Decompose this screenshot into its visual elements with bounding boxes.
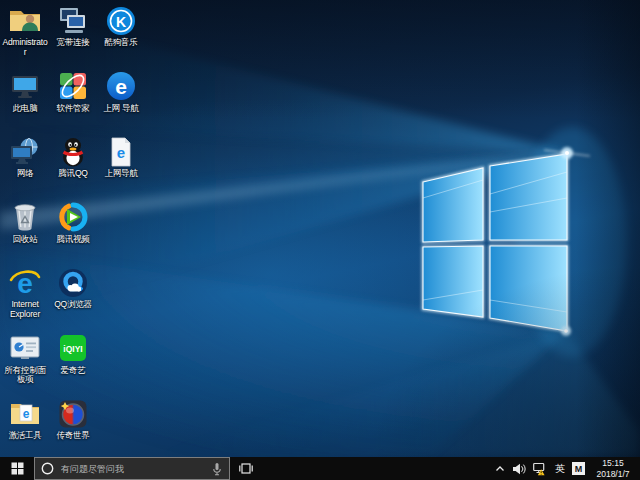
task-view-button[interactable] <box>230 457 262 480</box>
desktop-icon-label: Administrator <box>2 38 49 58</box>
task-view-icon <box>238 462 254 475</box>
language-indicator[interactable]: 英 <box>555 462 565 476</box>
desktop-icon-legend-world[interactable]: 传奇世界 <box>49 395 97 461</box>
svg-text:e: e <box>117 144 125 161</box>
speaker-icon <box>512 463 526 475</box>
desktop-icon-label: 上网 导航 <box>103 104 138 114</box>
computer-monitor-icon <box>9 70 42 103</box>
taskbar-clock[interactable]: 15:15 2018/1/7 <box>592 458 634 479</box>
ime-mode-badge[interactable]: M <box>572 462 585 475</box>
clock-date: 2018/1/7 <box>596 469 629 480</box>
desktop-icon-label: 宽带连接 <box>56 38 89 48</box>
svg-text:K: K <box>116 13 126 29</box>
desktop-icon-label: 上网导航 <box>104 169 137 179</box>
system-tray: 英 M 15:15 2018/1/7 <box>495 457 640 480</box>
desktop-icon-web-navigation[interactable]: e 上网 导航 <box>97 68 145 134</box>
desktop-icon-label: 激活工具 <box>8 431 41 441</box>
volume-button[interactable] <box>512 463 526 475</box>
desktop-icon-broadband-connection[interactable]: 宽带连接 <box>49 2 97 68</box>
svg-text:e: e <box>23 407 30 421</box>
microphone-icon[interactable] <box>211 462 223 476</box>
desktop-icon-activation-tool[interactable]: e 激活工具 <box>1 395 49 461</box>
internet-explorer-icon: e <box>9 266 42 299</box>
control-panel-icon <box>9 332 42 365</box>
search-input[interactable] <box>59 463 206 475</box>
broadband-connection-icon <box>57 4 90 37</box>
desktop-icon-web-navigation-doc[interactable]: e 上网导航 <box>97 133 145 199</box>
desktop-icon-recycle-bin[interactable]: 回收站 <box>1 199 49 265</box>
desktop-icon-qq-browser[interactable]: QQ浏览器 <box>49 264 97 330</box>
taskbar: 英 M 15:15 2018/1/7 <box>0 457 640 480</box>
desktop-icon-internet-explorer[interactable]: e Internet Explorer <box>1 264 49 330</box>
desktop-icon-label: 传奇世界 <box>56 431 89 441</box>
desktop-icon-label: 所有控制面板项 <box>2 366 49 386</box>
desktop-icon-label: 网络 <box>17 169 34 179</box>
hidden-icons-chevron[interactable] <box>495 465 505 473</box>
svg-text:iQIYI: iQIYI <box>63 344 82 354</box>
desktop-icon-administrator[interactable]: Administrator <box>1 2 49 68</box>
taskbar-search-box[interactable] <box>34 457 230 480</box>
desktop-icon-label: 腾讯视频 <box>56 235 89 245</box>
desktop-icon-tencent-video[interactable]: 腾讯视频 <box>49 199 97 265</box>
desktop-icon-kugou-music[interactable]: K 酷狗音乐 <box>97 2 145 68</box>
network-status-button[interactable] <box>533 462 548 476</box>
desktop-icon-grid: Administrator 此电脑 <box>1 2 145 461</box>
desktop-icon-software-manager[interactable]: 软件管家 <box>49 68 97 134</box>
desktop-icon-label: 酷狗音乐 <box>104 38 137 48</box>
start-button[interactable] <box>0 457 34 480</box>
desktop-icon-label: 此电脑 <box>13 104 38 114</box>
qq-penguin-icon <box>57 135 90 168</box>
recycle-bin-icon <box>9 201 42 234</box>
desktop-icon-control-panel[interactable]: 所有控制面板项 <box>1 330 49 396</box>
desktop-icon-label: 软件管家 <box>56 104 89 114</box>
desktop-icon-label: Internet Explorer <box>2 300 49 320</box>
desktop-icon-this-pc[interactable]: 此电脑 <box>1 68 49 134</box>
legend-world-game-icon <box>57 397 90 430</box>
tencent-video-icon <box>57 201 90 234</box>
web-navigation-circle-icon: e <box>105 70 138 103</box>
user-folder-icon <box>9 4 42 37</box>
desktop-screen: Administrator 此电脑 <box>0 0 640 480</box>
desktop-icon-label: QQ浏览器 <box>54 300 92 310</box>
desktop-icon-label: 回收站 <box>13 235 38 245</box>
chevron-up-icon <box>495 465 505 473</box>
software-manager-icon <box>57 70 90 103</box>
windows-logo-icon <box>11 462 24 475</box>
web-navigation-doc-icon: e <box>105 135 138 168</box>
svg-text:e: e <box>115 75 127 98</box>
cortana-circle-icon <box>41 462 54 475</box>
desktop-icon-label: 腾讯QQ <box>58 169 87 179</box>
network-warning-icon <box>533 462 548 476</box>
activation-folder-icon: e <box>9 397 42 430</box>
qq-browser-icon <box>57 266 90 299</box>
desktop-icon-label: 爱奇艺 <box>61 366 86 376</box>
network-globe-icon <box>9 135 42 168</box>
clock-time: 15:15 <box>602 458 623 469</box>
kugou-music-icon: K <box>105 4 138 37</box>
desktop-icon-network[interactable]: 网络 <box>1 133 49 199</box>
iqiyi-icon: iQIYI <box>57 332 90 365</box>
desktop-icon-tencent-qq[interactable]: 腾讯QQ <box>49 133 97 199</box>
desktop-icon-iqiyi[interactable]: iQIYI 爱奇艺 <box>49 330 97 396</box>
